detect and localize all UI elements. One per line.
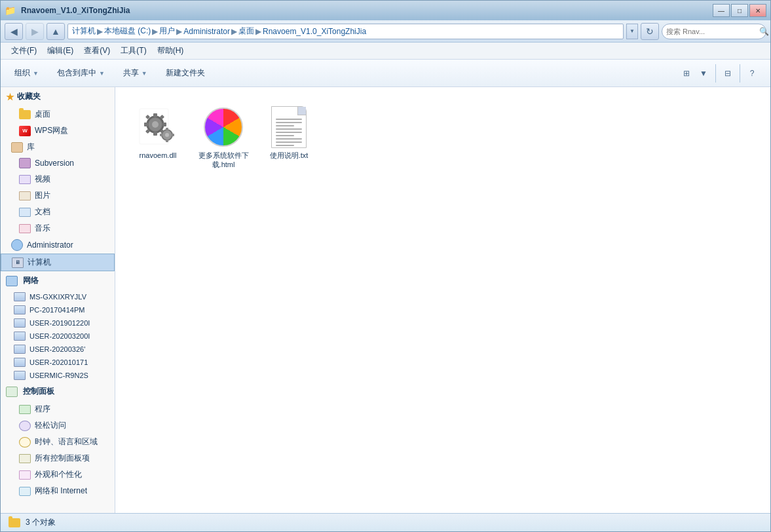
file-item-html[interactable]: 更多系统软件下载.html: [194, 100, 253, 176]
sidebar-item-datetime[interactable]: 时钟、语言和区域: [1, 434, 115, 450]
minimize-button[interactable]: —: [713, 4, 730, 17]
appearance-label: 外观和个性化: [35, 469, 82, 480]
sidebar-item-admin[interactable]: Administrator: [1, 237, 115, 254]
svg-point-1: [152, 121, 159, 128]
sidebar-item-appearance[interactable]: 外观和个性化: [1, 466, 115, 483]
sidebar-item-video[interactable]: 视频: [1, 171, 115, 187]
organize-button[interactable]: 组织 ▼: [6, 62, 47, 85]
sidebar-item-accessibility[interactable]: 轻松访问: [1, 417, 115, 434]
address-path[interactable]: 计算机 ▶ 本地磁盘 (C:) ▶ 用户 ▶ Administrator ▶ 桌…: [67, 24, 624, 39]
breadcrumb-dropdown[interactable]: ▼: [626, 24, 638, 39]
menu-tools[interactable]: 工具(T): [115, 44, 151, 58]
sidebar-control-panel-header[interactable]: 控制面板: [1, 382, 115, 401]
music-label: 音乐: [35, 223, 50, 234]
sidebar-item-subversion[interactable]: Subversion: [1, 155, 115, 171]
sidebar-item-library[interactable]: 库: [1, 139, 115, 155]
preview-pane-button[interactable]: ⊟: [720, 66, 736, 81]
breadcrumb-admin[interactable]: Administrator: [183, 27, 230, 36]
view-mode-button[interactable]: ⊞: [679, 66, 694, 81]
share-label: 共享: [123, 67, 139, 79]
sidebar-item-user-20201017[interactable]: USER-202010171: [1, 356, 115, 369]
sidebar-item-pc-2017[interactable]: PC-20170414PM: [1, 303, 115, 316]
view-dropdown-button[interactable]: ▼: [696, 66, 711, 81]
sidebar-item-all-control[interactable]: 所有控制面板项: [1, 450, 115, 466]
docs-label: 文档: [35, 206, 50, 218]
main-area: ★ 收藏夹 桌面 W WPS网盘 库 Subversion: [1, 87, 770, 513]
video-label: 视频: [35, 174, 50, 185]
txt-line-3: [276, 125, 294, 126]
sidebar-item-images[interactable]: 图片: [1, 187, 115, 204]
programs-label: 程序: [35, 404, 50, 415]
menu-edit[interactable]: 编辑(E): [42, 44, 79, 58]
txt-line-4: [276, 128, 302, 130]
title-bar-left: 📁 Rnavoem_V1.0_XiTongZhiJia: [5, 5, 130, 16]
forward-button[interactable]: ▶: [26, 23, 44, 40]
pc-icon-user20200320: [14, 332, 26, 341]
search-input[interactable]: [666, 28, 757, 35]
sidebar-item-computer[interactable]: 🖥 计算机: [1, 254, 115, 271]
menu-view[interactable]: 查看(V): [79, 44, 115, 58]
breadcrumb-folder[interactable]: Rnavoem_V1.0_XiTongZhiJia: [263, 27, 366, 36]
explorer-window: 📁 Rnavoem_V1.0_XiTongZhiJia — □ ✕ ◀ ▶ ▲ …: [0, 0, 771, 532]
file-item-txt[interactable]: 使用说明.txt: [259, 100, 318, 176]
refresh-button[interactable]: ↻: [641, 23, 659, 40]
sidebar-item-desktop[interactable]: 桌面: [1, 106, 115, 123]
accessibility-label: 轻松访问: [35, 420, 66, 431]
close-button[interactable]: ✕: [749, 4, 766, 17]
back-button[interactable]: ◀: [5, 23, 23, 40]
network-internet-label: 网络和 Internet: [35, 485, 87, 497]
sidebar-item-user-20200320[interactable]: USER-202003200I: [1, 330, 115, 343]
subversion-label: Subversion: [35, 159, 74, 168]
menu-file[interactable]: 文件(F): [6, 44, 42, 58]
menu-help[interactable]: 帮助(H): [152, 44, 189, 58]
sidebar-item-docs[interactable]: 文档: [1, 204, 115, 220]
status-folder-icon: [9, 518, 20, 527]
docs-icon: [19, 208, 31, 217]
programs-icon: [19, 405, 31, 414]
breadcrumb-users[interactable]: 用户: [159, 26, 175, 37]
admin-label: Administrator: [27, 240, 73, 250]
pc-icon-user20201017: [14, 358, 26, 367]
pc-icon-ms: [14, 292, 26, 301]
txt-line-9: [276, 145, 294, 146]
sidebar-item-usermic[interactable]: USERMIC-R9N2S: [1, 369, 115, 382]
html-file-icon: [202, 106, 244, 148]
wps-label: WPS网盘: [35, 125, 68, 136]
maximize-button[interactable]: □: [731, 4, 748, 17]
sidebar-item-music[interactable]: 音乐: [1, 220, 115, 237]
include-library-button[interactable]: 包含到库中 ▼: [48, 62, 113, 85]
toolbar-sep1: [715, 64, 716, 83]
pc-icon-usermic: [14, 371, 26, 380]
status-count: 3 个对象: [26, 517, 56, 528]
sidebar-item-network-internet[interactable]: 网络和 Internet: [1, 483, 115, 499]
file-item-dll[interactable]: rnavoem.dll: [128, 100, 187, 176]
up-button[interactable]: ▲: [47, 23, 65, 40]
txt-line-2: [276, 122, 302, 123]
title-bar-buttons: — □ ✕: [713, 4, 766, 17]
control-panel-label: 控制面板: [23, 386, 54, 397]
sidebar-item-user-20200326[interactable]: USER-20200326': [1, 343, 115, 356]
breadcrumb-computer[interactable]: 计算机: [72, 26, 96, 37]
html-file-label: 更多系统软件下载.html: [198, 151, 249, 170]
library-dropdown-icon: ▼: [99, 70, 105, 77]
appearance-icon: [19, 470, 31, 480]
sidebar-favorites-header[interactable]: ★ 收藏夹: [1, 87, 115, 106]
txt-line-7: [276, 138, 302, 140]
sidebar-item-wps[interactable]: W WPS网盘: [1, 123, 115, 139]
music-icon: [19, 224, 31, 233]
content-area: rnavoem.dll 更多系统软件下载.html: [115, 87, 770, 513]
breadcrumb-drive[interactable]: 本地磁盘 (C:): [104, 26, 151, 37]
toolbar: 组织 ▼ 包含到库中 ▼ 共享 ▼ 新建文件夹 ⊞ ▼ ⊟ ?: [1, 60, 770, 87]
search-icon[interactable]: 🔍: [759, 27, 769, 36]
lib-label: 库: [27, 142, 35, 153]
sidebar-item-ms-gxk[interactable]: MS-GXKIXRYJLV: [1, 290, 115, 303]
organize-label: 组织: [14, 67, 30, 79]
share-button[interactable]: 共享 ▼: [115, 62, 156, 85]
sidebar-item-user-2019[interactable]: USER-201901220I: [1, 316, 115, 330]
help-button[interactable]: ?: [744, 66, 760, 81]
sidebar-item-programs[interactable]: 程序: [1, 401, 115, 417]
sidebar-network-header[interactable]: 网络: [1, 271, 115, 290]
dll-file-icon: [137, 106, 179, 148]
breadcrumb-desktop[interactable]: 桌面: [238, 26, 254, 37]
new-folder-button[interactable]: 新建文件夹: [157, 62, 214, 85]
